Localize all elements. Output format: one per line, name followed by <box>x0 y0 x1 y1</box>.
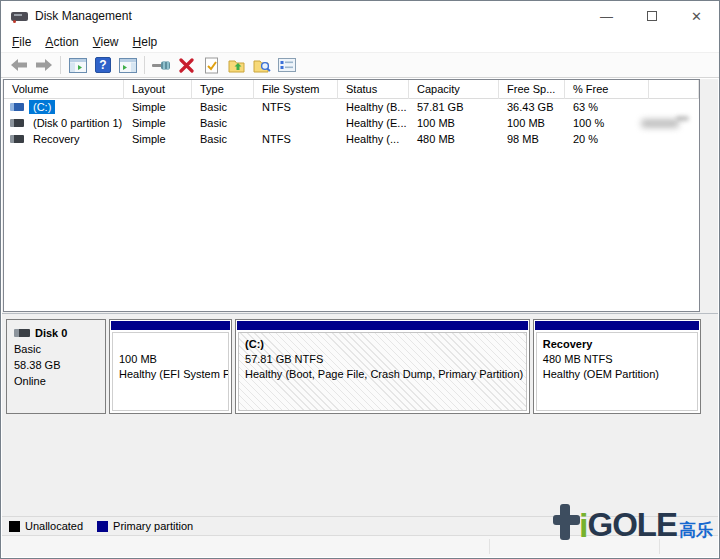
menu-file[interactable]: File <box>5 33 38 51</box>
close-icon: ✕ <box>691 9 702 24</box>
svg-text:?: ? <box>99 58 106 72</box>
partition-recovery[interactable]: Recovery 480 MB NTFS Healthy (OEM Partit… <box>533 319 701 414</box>
capacity-cell: 100 MB <box>409 117 499 129</box>
delete-volume-button[interactable] <box>174 54 199 76</box>
column-header-filler <box>649 80 699 99</box>
volume-list-header: Volume Layout Type File System Status Ca… <box>4 80 699 99</box>
status-cell: Healthy (... <box>338 133 409 145</box>
help-icon: ? <box>95 57 111 73</box>
file-system-cell: NTFS <box>254 101 338 113</box>
disk-status: Online <box>14 373 98 389</box>
partition-size: 57.81 GB NTFS <box>245 352 520 367</box>
partition-c[interactable]: (C:) 57.81 GB NTFS Healthy (Boot, Page F… <box>235 319 530 414</box>
close-button[interactable]: ✕ <box>674 1 719 31</box>
status-separator <box>489 539 490 554</box>
mark-partition-button[interactable] <box>199 54 224 76</box>
menu-help[interactable]: Help <box>126 33 165 51</box>
maximize-button[interactable] <box>629 1 674 31</box>
delete-x-icon <box>179 58 194 73</box>
volume-icon <box>10 119 24 127</box>
pane-splitter[interactable] <box>2 313 718 314</box>
view-tool-button[interactable] <box>149 54 174 76</box>
primary-partition-stripe <box>111 321 230 330</box>
volume-row-recovery[interactable]: Recovery Simple Basic NTFS Healthy (... … <box>4 131 699 147</box>
partition-strip: 100 MB Healthy (EFI System Pa (C:) 57.81… <box>109 319 701 414</box>
higole-watermark: i GOLE 高乐 <box>553 502 713 540</box>
partition-efi[interactable]: 100 MB Healthy (EFI System Pa <box>109 319 232 414</box>
explore-button[interactable] <box>249 54 274 76</box>
layout-cell: Simple <box>124 117 192 129</box>
action-pane-icon <box>119 58 137 73</box>
minimize-icon: — <box>600 9 613 24</box>
back-button[interactable] <box>6 54 31 76</box>
volume-name-cell: (C:) <box>4 100 124 114</box>
capacity-cell: 480 MB <box>409 133 499 145</box>
primary-partition-stripe <box>237 321 528 330</box>
partition-status: Healthy (EFI System Pa <box>119 367 222 382</box>
type-cell: Basic <box>192 117 254 129</box>
type-cell: Basic <box>192 101 254 113</box>
higole-logo-chinese: 高乐 <box>679 521 713 540</box>
column-header-free-space[interactable]: Free Sp... <box>499 80 565 99</box>
help-button[interactable]: ? <box>90 54 115 76</box>
column-header-volume[interactable]: Volume <box>4 80 124 99</box>
column-header-pct-free[interactable]: % Free <box>565 80 649 99</box>
free-space-cell: 36.43 GB <box>499 101 565 113</box>
menu-action[interactable]: Action <box>38 33 85 51</box>
partition-name: Recovery <box>543 337 691 352</box>
action-pane-button[interactable] <box>115 54 140 76</box>
pct-free-cell: 100 % <box>565 117 649 129</box>
toolbar: ? <box>1 52 719 78</box>
client-area: Volume Layout Type File System Status Ca… <box>2 79 718 557</box>
redacted-text <box>641 119 679 128</box>
higole-cross-icon <box>553 502 580 540</box>
redacted-text <box>676 116 689 121</box>
disk-0-label-panel[interactable]: Disk 0 Basic 58.38 GB Online <box>6 319 106 414</box>
higole-logo-gole: GOLE <box>587 510 677 540</box>
status-cell: Healthy (B... <box>338 101 409 113</box>
properties-button[interactable] <box>274 54 299 76</box>
maximize-icon <box>647 11 657 21</box>
disk-0-row: Disk 0 Basic 58.38 GB Online 100 MB Heal… <box>6 319 701 414</box>
folder-up-icon <box>228 58 245 73</box>
window-controls: — ✕ <box>584 1 719 31</box>
free-space-cell: 98 MB <box>499 133 565 145</box>
primary-partition-stripe <box>535 321 699 330</box>
column-header-file-system[interactable]: File System <box>254 80 338 99</box>
menu-view[interactable]: View <box>86 33 126 51</box>
disk-icon <box>14 329 30 337</box>
primary-partition-swatch-icon <box>97 521 108 532</box>
disk-management-app-icon <box>11 10 28 23</box>
partition-status: Healthy (OEM Partition) <box>543 367 691 382</box>
partition-name <box>119 337 222 352</box>
status-cell: Healthy (E... <box>338 117 409 129</box>
partition-name: (C:) <box>245 337 520 352</box>
screwdriver-icon <box>152 58 172 72</box>
volume-name: Recovery <box>29 132 83 146</box>
title-bar[interactable]: Disk Management — ✕ <box>1 1 719 31</box>
toolbar-separator <box>60 56 61 74</box>
disk-size: 58.38 GB <box>14 357 98 373</box>
volume-name-cell: Recovery <box>4 132 124 146</box>
forward-button[interactable] <box>31 54 56 76</box>
column-header-status[interactable]: Status <box>338 80 409 99</box>
forward-arrow-icon <box>35 57 53 73</box>
higole-logo-i: i <box>579 510 587 540</box>
legend-unallocated: Unallocated <box>9 520 83 532</box>
back-arrow-icon <box>10 57 28 73</box>
volume-row-partition1[interactable]: (Disk 0 partition 1) Simple Basic Health… <box>4 115 699 131</box>
column-header-capacity[interactable]: Capacity <box>409 80 499 99</box>
file-system-cell: NTFS <box>254 133 338 145</box>
change-drive-letter-button[interactable] <box>224 54 249 76</box>
console-tree-button[interactable] <box>65 54 90 76</box>
minimize-button[interactable]: — <box>584 1 629 31</box>
menu-bar: File Action View Help <box>1 31 719 52</box>
free-space-cell: 100 MB <box>499 117 565 129</box>
volume-name: (Disk 0 partition 1) <box>29 116 124 130</box>
column-header-layout[interactable]: Layout <box>124 80 192 99</box>
legend-label: Unallocated <box>25 520 83 532</box>
volume-row-c[interactable]: (C:) Simple Basic NTFS Healthy (B... 57.… <box>4 99 699 115</box>
partition-size: 480 MB NTFS <box>543 352 691 367</box>
column-header-type[interactable]: Type <box>192 80 254 99</box>
disk-type: Basic <box>14 341 98 357</box>
